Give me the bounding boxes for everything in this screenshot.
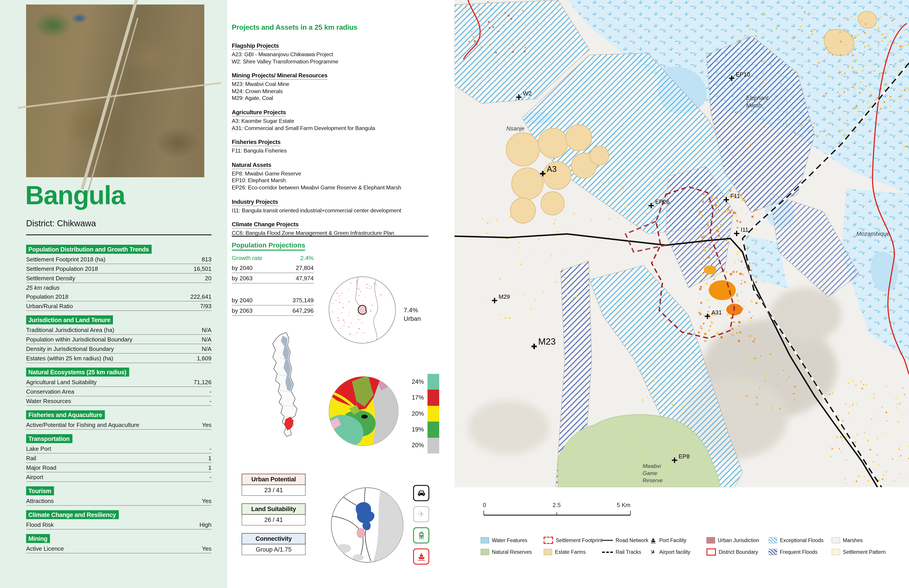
- svg-text:Mwabvi: Mwabvi: [642, 463, 661, 469]
- svg-text:EP10: EP10: [736, 71, 750, 78]
- stat-label: Attractions: [26, 498, 54, 504]
- projection-value: 47,974: [296, 275, 314, 282]
- plane-icon: ✈: [418, 510, 425, 518]
- car-icon: [416, 488, 426, 498]
- stat-value: 1: [209, 464, 212, 471]
- project-group-title: Agriculture Projects: [232, 109, 286, 116]
- legend-label: Settlement Footprint: [556, 538, 602, 543]
- stat-row: Density in Jurisdictional BoundaryN/A: [26, 344, 212, 354]
- landcover-swatch: [427, 422, 439, 438]
- section-header: Climate Change and Resiliency: [26, 510, 118, 519]
- section-header: Mining: [26, 534, 50, 543]
- stat-value: -: [209, 388, 212, 395]
- legend-label: Exceptional Floods: [780, 538, 823, 543]
- legend-swatch: [543, 549, 552, 555]
- stat-row: Estates (within 25 km radius) (ha)1,609: [26, 354, 212, 363]
- legend-swatch: [707, 537, 715, 543]
- svg-text:2.5: 2.5: [553, 502, 561, 508]
- project-group: Flagship ProjectsA23: GBI - Mwananjovu C…: [232, 41, 430, 65]
- landcover-inset: [328, 375, 400, 447]
- legend-item-exceptional-floods: Exceptional Floods: [768, 537, 823, 544]
- project-group: Fisheries ProjectsF11: Bangula Fisheries: [232, 138, 430, 155]
- stat-label: Settlement Density: [26, 275, 75, 282]
- stat-row: Settlement Population 201816,501: [26, 264, 212, 273]
- project-item: W2: Shire Valley Transformation Programm…: [232, 58, 430, 65]
- urban-share-caption: 7.4% Urban: [404, 306, 421, 323]
- legend-label: Frequent Floods: [780, 549, 818, 555]
- ship-icon-box: [413, 548, 429, 565]
- projections-heading: Population Projections: [232, 241, 305, 250]
- projection-label: by 2063: [232, 307, 253, 314]
- plane-icon-box: ✈: [413, 506, 429, 522]
- landcover-swatch: [427, 390, 439, 406]
- stat-label: Active Licence: [26, 545, 64, 552]
- stat-value: -: [209, 474, 212, 480]
- stat-row: Population 2018222,641: [26, 292, 212, 301]
- section-header: Fisheries and Aquaculture: [26, 410, 105, 419]
- ship-icon: [416, 552, 426, 561]
- scorecard-value: 23 / 41: [242, 485, 306, 496]
- legend-item-water-features: Water Features: [480, 537, 527, 544]
- map-panel[interactable]: W2EP10A3EP26F11I11M29A31M23EP8NsanjeElep…: [454, 0, 909, 487]
- district-map[interactable]: W2EP10A3EP26F11I11M29A31M23EP8NsanjeElep…: [454, 0, 909, 487]
- stat-label: Conservation Area: [26, 388, 74, 395]
- train-icon: [416, 531, 426, 540]
- stat-row: Major Road1: [26, 463, 212, 472]
- stat-label: Population 2018: [26, 293, 68, 300]
- legend-item-rail-tracks: Rail Tracks: [602, 548, 641, 556]
- stat-value: N/A: [202, 346, 212, 352]
- section-header: Jurisdiction and Land Tenure: [26, 315, 113, 325]
- scorecard-value: 26 / 41: [242, 515, 306, 525]
- projection-row: by 2063647,296: [232, 305, 314, 316]
- stat-label: Water Resources: [26, 398, 71, 404]
- stat-row: 25 km radius: [26, 283, 212, 292]
- stat-value: N/A: [202, 326, 212, 333]
- landcover-swatch: [427, 438, 439, 454]
- stat-row: Agricultural Land Suitability71,126: [26, 378, 212, 387]
- satellite-image: [26, 5, 204, 177]
- landcover-legend-bar: [427, 374, 439, 454]
- urban-share-inset: [328, 275, 397, 345]
- landcover-percent: 19%: [412, 426, 424, 433]
- legend-label: Settlement Pattern: [843, 549, 886, 555]
- stat-value: Yes: [202, 498, 212, 504]
- stat-value: 20: [205, 275, 212, 282]
- svg-text:Marsh: Marsh: [746, 102, 762, 108]
- legend-item-frequent-floods: Frequent Floods: [768, 548, 818, 556]
- svg-text:M23: M23: [538, 336, 556, 346]
- growth-value: 2.4%: [300, 255, 314, 262]
- legend-item-natural-reserves: Natural Reserves: [480, 548, 532, 556]
- left-stats-panel: Bangula District: Chikwawa Population Di…: [0, 0, 227, 588]
- project-group-title: Flagship Projects: [232, 42, 279, 50]
- projection-label: by 2063: [232, 275, 253, 282]
- stat-label: Active/Potential for Fishing and Aquacul…: [26, 422, 139, 428]
- legend-label: Airport facility: [659, 549, 690, 555]
- svg-text:F11: F11: [730, 192, 740, 199]
- urban-percent: 7.4%: [404, 306, 421, 315]
- projection-value: 375,149: [293, 297, 314, 304]
- svg-text:Mozambique: Mozambique: [856, 230, 890, 237]
- stat-label: Rail: [26, 455, 36, 462]
- legend-swatch: [543, 537, 553, 544]
- transport-icon-list: ✈: [413, 485, 429, 570]
- stat-label: Settlement Population 2018: [26, 265, 98, 272]
- stat-row: Water Resources-: [26, 396, 212, 406]
- map-scalebar: 0 2.5 5 Km: [479, 501, 641, 520]
- project-item: EP8: Mwabvi Game Reserve: [232, 171, 430, 178]
- plane-icon: ✈: [647, 547, 658, 557]
- stat-value: 7/93: [200, 303, 212, 310]
- legend-swatch: [831, 549, 840, 555]
- legend-item-settlement-footprint: Settlement Footprint: [543, 537, 602, 544]
- stat-row: Active LicenceYes: [26, 544, 212, 553]
- stat-value: Yes: [202, 545, 212, 552]
- stat-label: Lake Port: [26, 445, 51, 452]
- legend-swatch: [602, 540, 613, 541]
- legend-label: Rail Tracks: [616, 549, 641, 555]
- projection-value: 647,296: [293, 307, 314, 314]
- svg-text:A31: A31: [712, 309, 722, 316]
- project-item: M23: Mwabvi Coal Mine: [232, 81, 430, 88]
- scorecard-title: Connectivity: [242, 533, 306, 544]
- svg-text:M29: M29: [498, 293, 510, 300]
- map-legend: Water FeaturesSettlement FootprintRoad N…: [454, 537, 909, 568]
- project-item: M24: Crown Minerals: [232, 88, 430, 95]
